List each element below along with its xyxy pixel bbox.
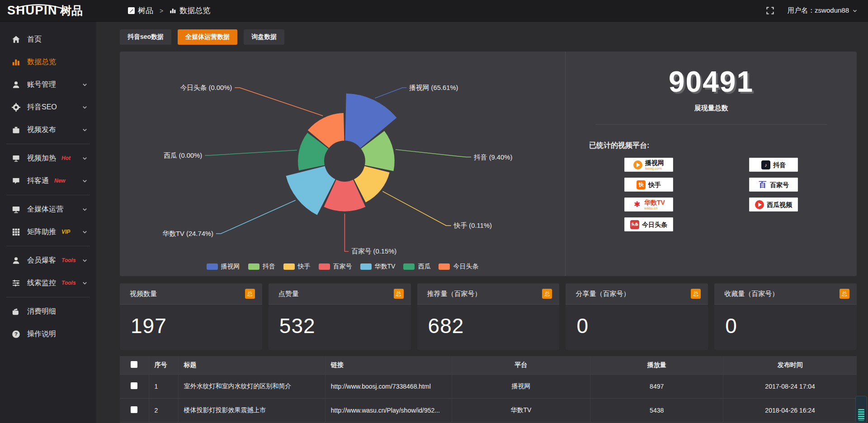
- total-badge[interactable]: 总: [542, 289, 552, 299]
- sidebar-badge: Hot: [61, 155, 71, 161]
- cell-url-link[interactable]: http://www.wasu.cn/Play/show/id/952...: [325, 398, 452, 422]
- legend-swatch: [403, 263, 415, 270]
- cell-title-link[interactable]: 室外水纹灯和室内水纹灯的区别和简介: [178, 374, 325, 398]
- platform-name: 百家号: [770, 182, 789, 188]
- sidebar-item-label: 视频加热: [27, 154, 56, 163]
- legend-item-3[interactable]: 百家号: [319, 263, 352, 271]
- stat-card-title: 点赞量: [278, 290, 299, 298]
- note-logo-icon: ♪: [761, 160, 770, 169]
- platform-badge-快手: 快快手: [624, 178, 673, 192]
- stat-cards-row: 视频数量总197点赞量总532推荐量（百家号）总682分享量（百家号）总0收藏量…: [120, 283, 857, 350]
- pie-label: 今日头条 (0.00%): [180, 84, 232, 91]
- select-all-checkbox[interactable]: [131, 361, 137, 368]
- heat-icon: [12, 154, 20, 163]
- legend-swatch: [207, 263, 218, 270]
- stat-card-title: 收藏量（百家号）: [724, 290, 778, 298]
- cell-url-link[interactable]: http://www.boosj.com/7338468.html: [325, 374, 452, 398]
- platform-badge-西瓜视频: 西瓜视频: [749, 197, 798, 212]
- pie-leader-line: [216, 200, 296, 234]
- videos-table: 序号标题链接平台播放量发布时间 1室外水纹灯和室内水纹灯的区别和简介http:/…: [120, 356, 857, 423]
- legend-item-2[interactable]: 快手: [283, 263, 311, 271]
- legend-label: 今日头条: [453, 263, 478, 271]
- grid-icon: [12, 228, 20, 236]
- cell-published: 2018-04-26 16:24: [723, 398, 857, 422]
- legend-label: 播视网: [221, 263, 240, 271]
- platform-column-0: 播视网boosj.com快快手✱华数TVwasu.cn头条今日头条: [586, 158, 711, 237]
- legend-swatch: [319, 263, 330, 270]
- sidebar-item-grid[interactable]: 矩阵助推VIP: [0, 221, 96, 243]
- cell-title-link[interactable]: 楼体投影灯投影效果震撼上市: [178, 398, 325, 422]
- sidebar-item-gear[interactable]: 抖音SEO: [0, 96, 96, 118]
- sidebar-item-member[interactable]: 会员爆客Tools: [0, 249, 96, 272]
- sidebar-item-wallet[interactable]: 消费明细: [0, 300, 96, 323]
- stat-card-value: 682: [417, 305, 560, 338]
- tab-0[interactable]: 抖音seo数据: [120, 29, 171, 45]
- legend-label: 百家号: [333, 263, 352, 271]
- legend-item-1[interactable]: 抖音: [248, 263, 275, 271]
- legend-item-5[interactable]: 西瓜: [403, 263, 430, 271]
- chevron-down-icon: [81, 104, 88, 111]
- fullscreen-icon[interactable]: [766, 7, 774, 14]
- sidebar-item-heat[interactable]: 视频加热Hot: [0, 147, 96, 169]
- sidebar-item-publish[interactable]: 视频发布: [0, 118, 96, 141]
- sidebar-divider: [6, 144, 90, 144]
- sidebar-badge: New: [54, 178, 66, 184]
- tab-1[interactable]: 全媒体运营数据: [178, 29, 237, 45]
- member-icon: [12, 256, 20, 265]
- breadcrumb-separator: >: [160, 7, 163, 14]
- tab-2[interactable]: 询盘数据: [244, 29, 284, 45]
- table-row: 2楼体投影灯投影效果震撼上市http://www.wasu.cn/Play/sh…: [120, 398, 857, 422]
- table-body: 1室外水纹灯和室内水纹灯的区别和简介http://www.boosj.com/7…: [120, 374, 857, 422]
- bar-chart-icon: [170, 7, 176, 14]
- legend-item-4[interactable]: 华数TV: [360, 263, 396, 271]
- cell-plays: 5438: [590, 398, 723, 422]
- chevron-down-icon: [81, 127, 88, 133]
- row-select-cell: [120, 374, 149, 398]
- sidebar-item-user[interactable]: 账号管理: [0, 73, 96, 96]
- sidebar-item-home[interactable]: 首页: [0, 28, 96, 51]
- table-row: 1室外水纹灯和室内水纹灯的区别和简介http://www.boosj.com/7…: [120, 374, 857, 398]
- app-logo[interactable]: SHUPIN 树品: [0, 3, 96, 18]
- total-badge[interactable]: 总: [245, 289, 255, 299]
- kuai-logo-icon: 快: [637, 180, 646, 189]
- row-checkbox[interactable]: [131, 382, 137, 389]
- topbar: SHUPIN 树品 树品 > 数据总览 用户名：zswodun88: [0, 0, 868, 22]
- sidebar-item-chart[interactable]: 数据总览: [0, 51, 96, 73]
- legend-item-0[interactable]: 播视网: [207, 263, 240, 271]
- sidebar-item-label: 消费明细: [27, 307, 56, 316]
- legend-swatch: [283, 263, 295, 270]
- sidebar-divider: [6, 297, 90, 297]
- play-logo-icon: [755, 200, 764, 209]
- sidebar-item-chat[interactable]: 抖客通New: [0, 169, 96, 192]
- pie-leader-line: [396, 150, 471, 157]
- total-impressions-label: 展现量总数: [586, 104, 836, 113]
- cell-plays: 8497: [590, 374, 723, 398]
- floating-widget[interactable]: [855, 396, 867, 423]
- chart-icon: [12, 58, 20, 66]
- pie-label: 快手 (0.11%): [453, 222, 492, 229]
- total-badge[interactable]: 总: [840, 289, 849, 299]
- breadcrumb-root[interactable]: 树品: [138, 5, 153, 16]
- sidebar-item-label: 操作说明: [27, 329, 56, 339]
- sidebar-badge: Tools: [61, 280, 76, 286]
- sidebar-item-label: 会员爆客: [27, 256, 56, 265]
- stat-card-3: 分享量（百家号）总0: [566, 283, 708, 350]
- user-menu[interactable]: 用户名：zswodun88: [788, 6, 858, 15]
- sidebar-item-filter[interactable]: 线索监控Tools: [0, 272, 96, 294]
- chevron-down-icon: [81, 178, 88, 184]
- legend-item-6[interactable]: 今日头条: [439, 263, 478, 271]
- stat-card-value: 532: [269, 305, 411, 338]
- column-header-1: 标题: [178, 356, 325, 374]
- sidebar-item-label: 线索监控: [27, 278, 56, 288]
- legend-label: 西瓜: [418, 263, 430, 271]
- platform-name: 快手: [648, 182, 661, 188]
- legend-label: 快手: [298, 263, 311, 271]
- pie-label: 华数TV (24.74%): [162, 230, 213, 237]
- total-badge[interactable]: 总: [691, 289, 701, 299]
- stat-card-header: 收藏量（百家号）总: [714, 283, 857, 305]
- sidebar-item-monitor[interactable]: 全媒体运营: [0, 198, 96, 221]
- sidebar-item-help[interactable]: ?操作说明: [0, 323, 96, 345]
- rose-chart-svg: 播视网 (65.61%)抖音 (9.40%)快手 (0.11%)百家号 (0.1…: [120, 58, 565, 263]
- row-checkbox[interactable]: [131, 406, 137, 413]
- total-badge[interactable]: 总: [394, 289, 404, 299]
